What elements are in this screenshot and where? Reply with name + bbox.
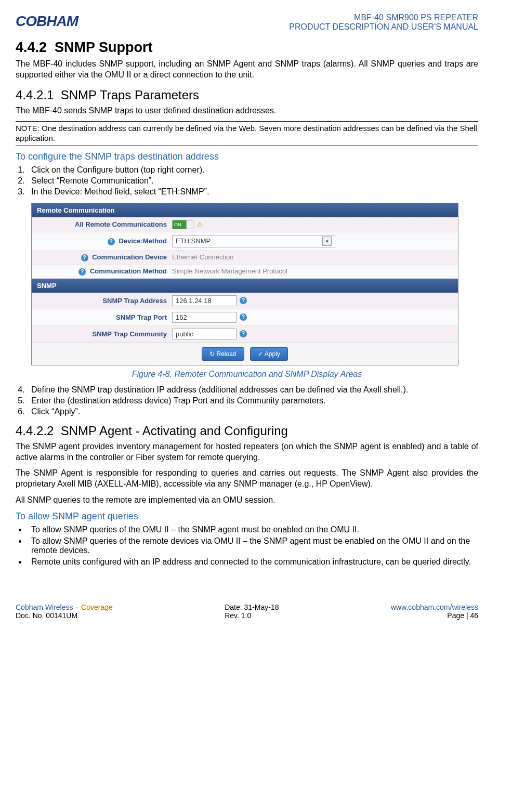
help-icon[interactable]: ? bbox=[81, 254, 88, 261]
form-label: SNMP Trap Port bbox=[32, 313, 172, 321]
device-method-select[interactable]: ETH:SNMP ▾ bbox=[172, 235, 335, 247]
help-icon[interactable]: ? bbox=[78, 268, 86, 276]
label-text: Device:Method bbox=[119, 237, 167, 245]
figure-caption: Figure 4-8. Remoter Communication and SN… bbox=[16, 370, 478, 379]
footer-right: www.cobham.com/wireless Page | 46 bbox=[391, 603, 478, 620]
footer-url: www.cobham.com/wireless bbox=[391, 603, 478, 611]
bullet-item: Remote units configured with an IP addre… bbox=[27, 557, 478, 567]
label-text: Communication Method bbox=[90, 267, 167, 275]
para-4422-3: All SNMP queries to the remote are imple… bbox=[16, 495, 478, 506]
form-label: ? Communication Device bbox=[32, 253, 172, 261]
readonly-value: Simple Network Management Protocol bbox=[172, 267, 458, 275]
heading-text: SNMP Support bbox=[55, 40, 153, 55]
form-label: ? Communication Method bbox=[32, 267, 172, 276]
subheading-allow-queries: To allow SNMP agent queries bbox=[16, 511, 478, 522]
bullet-item: To allow SNMP queries of the OMU II – th… bbox=[27, 525, 478, 534]
footer-page: Page | 46 bbox=[391, 611, 478, 620]
help-icon[interactable]: ? bbox=[240, 297, 247, 304]
footer-left: Cobham Wireless – Coverage Doc. No. 0014… bbox=[16, 603, 113, 620]
step-item: Click “Apply”. bbox=[27, 407, 478, 416]
heading-num: 4.4.2.1 bbox=[16, 88, 54, 102]
row-comm-method: ? Communication Method Simple Network Ma… bbox=[32, 265, 458, 279]
para-442: The MBF-40 includes SNMP support, includ… bbox=[16, 59, 478, 81]
note-4421: NOTE: One destination address can curren… bbox=[16, 121, 478, 146]
help-icon[interactable]: ? bbox=[108, 238, 115, 245]
doc-title-line1: MBF-40 SMR900 PS REPEATER bbox=[289, 13, 478, 22]
steps-b: Define the SNMP trap destination IP addr… bbox=[27, 385, 478, 416]
footer-date: Date: 31-May-18 bbox=[225, 603, 279, 611]
para-4422-2: The SNMP Agent is responsible for respon… bbox=[16, 468, 478, 490]
panel-body-1: All Remote Communications ON ⚠ ? Device:… bbox=[32, 217, 458, 279]
help-icon[interactable]: ? bbox=[240, 330, 247, 337]
footer-center: Date: 31-May-18 Rev. 1.0 bbox=[225, 603, 279, 620]
step-item: Click on the Configure button (top right… bbox=[27, 165, 478, 175]
select-value: ETH:SNMP bbox=[176, 237, 211, 245]
snmp-trap-address-input[interactable]: 126.1.24.18 bbox=[172, 295, 237, 306]
footer-dash: – bbox=[73, 603, 81, 611]
apply-button[interactable]: ✓ Apply bbox=[250, 347, 288, 361]
warning-icon: ⚠ bbox=[196, 220, 203, 229]
heading-442: 4.4.2 SNMP Support bbox=[16, 40, 478, 56]
row-snmp-trap-community: SNMP Trap Community public ? bbox=[32, 326, 458, 343]
button-label: Apply bbox=[265, 350, 280, 358]
footer-doc-no: Doc. No. 00141UM bbox=[16, 611, 113, 620]
heading-num: 4.4.2.2 bbox=[16, 424, 54, 438]
snmp-trap-port-input[interactable]: 162 bbox=[172, 312, 237, 323]
chevron-down-icon[interactable]: ▾ bbox=[322, 237, 332, 246]
panel-header-snmp: SNMP bbox=[32, 279, 458, 293]
row-snmp-trap-address: SNMP Trap Address 126.1.24.18 ? bbox=[32, 293, 458, 309]
panel-header-remote-comm: Remote Communication bbox=[32, 203, 458, 217]
heading-text: SNMP Agent - Activating and Configuring bbox=[61, 424, 288, 438]
button-label: Reload bbox=[216, 350, 236, 358]
doc-title-line2: PRODUCT DESCRIPTION AND USER'S MANUAL bbox=[289, 22, 478, 32]
heading-num: 4.4.2 bbox=[16, 40, 47, 55]
step-item: Enter the (destination address device) T… bbox=[27, 396, 478, 405]
toggle-on[interactable]: ON bbox=[172, 220, 193, 229]
step-item: In the Device: Method field, select “ETH… bbox=[27, 187, 478, 197]
reload-button[interactable]: ↻ Reload bbox=[202, 347, 244, 361]
para-4422-1: The SNMP agent provides inventory manage… bbox=[16, 441, 478, 463]
help-icon[interactable]: ? bbox=[240, 313, 247, 321]
label-text: Communication Device bbox=[92, 253, 167, 261]
panel-body-2: SNMP Trap Address 126.1.24.18 ? SNMP Tra… bbox=[32, 293, 458, 343]
step-item: Define the SNMP trap destination IP addr… bbox=[27, 385, 478, 395]
readonly-value: Ethernet Connection bbox=[172, 253, 458, 261]
footer-rev: Rev. 1.0 bbox=[225, 611, 279, 620]
form-label: SNMP Trap Community bbox=[32, 330, 172, 338]
para-4421: The MBF-40 sends SNMP traps to user defi… bbox=[16, 106, 478, 116]
heading-4422: 4.4.2.2 SNMP Agent - Activating and Conf… bbox=[16, 424, 478, 438]
row-device-method: ? Device:Method ETH:SNMP ▾ bbox=[32, 232, 458, 251]
doc-title: MBF-40 SMR900 PS REPEATER PRODUCT DESCRI… bbox=[289, 13, 478, 32]
steps-a: Click on the Configure button (top right… bbox=[27, 165, 478, 197]
heading-text: SNMP Traps Parameters bbox=[61, 88, 199, 102]
button-bar: ↻ Reload ✓ Apply bbox=[32, 343, 458, 365]
page-header: COBHAM MBF-40 SMR900 PS REPEATER PRODUCT… bbox=[16, 13, 478, 32]
bullet-item: To allow SNMP queries of the remote devi… bbox=[27, 536, 478, 555]
footer-coverage: Coverage bbox=[81, 603, 113, 611]
form-label: All Remote Communications bbox=[32, 220, 172, 228]
screenshot-remote-comm: Remote Communication All Remote Communic… bbox=[31, 203, 458, 365]
heading-4421: 4.4.2.1 SNMP Traps Parameters bbox=[16, 88, 478, 102]
footer-company: Cobham Wireless bbox=[16, 603, 73, 611]
row-all-remote-comm: All Remote Communications ON ⚠ bbox=[32, 217, 458, 232]
snmp-trap-community-input[interactable]: public bbox=[172, 329, 237, 339]
form-label: SNMP Trap Address bbox=[32, 297, 172, 305]
form-label: ? Device:Method bbox=[32, 237, 172, 245]
subheading-config-traps: To configure the SNMP traps destination … bbox=[16, 151, 478, 162]
row-snmp-trap-port: SNMP Trap Port 162 ? bbox=[32, 309, 458, 326]
step-item: Select “Remote Communication”. bbox=[27, 176, 478, 186]
bullets-4422: To allow SNMP queries of the OMU II – th… bbox=[27, 525, 478, 567]
logo: COBHAM bbox=[16, 13, 78, 30]
page-footer: Cobham Wireless – Coverage Doc. No. 0014… bbox=[16, 603, 478, 620]
row-comm-device: ? Communication Device Ethernet Connecti… bbox=[32, 251, 458, 265]
